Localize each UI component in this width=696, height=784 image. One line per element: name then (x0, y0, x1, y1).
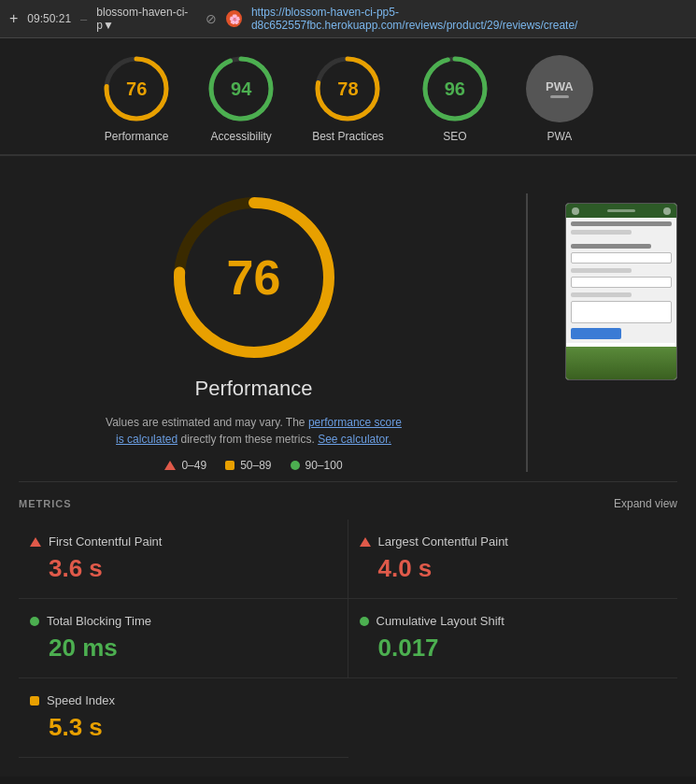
tbt-name: Total Blocking Time (47, 614, 151, 628)
lcp-status-icon (360, 537, 371, 547)
legend-red: 0–49 (164, 459, 206, 472)
big-performance-circle: 76 (170, 193, 338, 362)
pwa-score-label: PWA (547, 130, 572, 143)
preview-submit-btn (571, 328, 621, 339)
best-practices-label: Best Practices (312, 130, 384, 143)
green-circle-icon (291, 461, 300, 470)
performance-title: Performance (195, 377, 313, 401)
performance-score-value: 76 (126, 78, 147, 100)
performance-circle: 76 (103, 55, 170, 122)
metrics-grid: First Contentful Paint 3.6 s Largest Con… (19, 520, 677, 758)
time-display: 09:50:21 (27, 12, 71, 25)
seo-circle: 96 (421, 55, 489, 122)
pwa-dash-icon (550, 95, 569, 98)
legend: 0–49 50–89 90–100 (164, 459, 342, 472)
preview-line-3 (571, 244, 651, 249)
cancel-icon[interactable]: ⊘ (206, 11, 217, 26)
pwa-circle: PWA (526, 55, 593, 122)
orange-square-icon (225, 461, 234, 470)
accessibility-label: Accessibility (210, 130, 271, 143)
score-accessibility[interactable]: 94 Accessibility (207, 55, 275, 143)
preview-line-5 (571, 292, 632, 297)
lcp-value: 4.0 s (360, 554, 667, 583)
preview-nav (566, 204, 676, 218)
metrics-title: METRICS (19, 498, 72, 509)
si-value: 5.3 s (30, 713, 337, 742)
preview-line-4 (571, 268, 632, 273)
preview-nav-line (607, 209, 635, 212)
si-status-icon (30, 696, 39, 706)
score-pwa[interactable]: PWA PWA (526, 55, 593, 143)
desc-mid-text: directly from these metrics. (180, 433, 314, 446)
preview-field-2 (571, 277, 672, 288)
metric-cls-header: Cumulative Layout Shift (360, 614, 667, 628)
preview-body (566, 218, 676, 343)
preview-nav-dot (572, 207, 579, 215)
metric-fcp: First Contentful Paint 3.6 s (19, 520, 348, 599)
si-name: Speed Index (47, 693, 115, 707)
desc-text: Values are estimated and may vary. The (106, 416, 305, 429)
legend-green-label: 90–100 (305, 459, 343, 472)
score-performance[interactable]: 76 Performance (103, 55, 170, 143)
score-bar: 76 Performance 94 Accessibility 78 Best … (0, 38, 696, 156)
preview-line-2 (571, 230, 632, 235)
tbt-status-icon (30, 617, 39, 626)
performance-section: 76 Performance Values are estimated and … (19, 175, 677, 481)
fcp-value: 3.6 s (30, 554, 336, 583)
red-triangle-icon (164, 461, 176, 470)
cls-name: Cumulative Layout Shift (376, 614, 504, 628)
fcp-status-icon (30, 537, 41, 547)
expand-view-button[interactable]: Expand view (614, 497, 677, 510)
metric-lcp-header: Largest Contentful Paint (360, 535, 667, 549)
preview-field-1 (571, 252, 672, 264)
pwa-label: PWA (546, 79, 574, 93)
metric-tbt: Total Blocking Time 20 ms (19, 599, 348, 678)
accessibility-score-value: 94 (231, 78, 251, 100)
metrics-header: METRICS Expand view (19, 481, 677, 520)
performance-right (565, 203, 677, 380)
score-best-practices[interactable]: 78 Best Practices (312, 55, 384, 143)
app-name: blossom-haven-ci-p▼ (96, 6, 196, 32)
seo-label: SEO (443, 130, 466, 143)
calculator-link[interactable]: See calculator. (318, 433, 391, 446)
metric-lcp: Largest Contentful Paint 4.0 s (348, 520, 678, 599)
metric-si: Speed Index 5.3 s (19, 678, 348, 758)
metric-tbt-header: Total Blocking Time (30, 614, 336, 628)
score-seo[interactable]: 96 SEO (421, 55, 489, 143)
fcp-name: First Contentful Paint (49, 535, 162, 549)
performance-left: 76 Performance Values are estimated and … (19, 193, 489, 472)
legend-orange: 50–89 (225, 459, 271, 472)
vertical-divider (526, 193, 528, 472)
top-bar: + 09:50:21 – blossom-haven-ci-p▼ ⊘ 🌸 htt… (0, 0, 696, 38)
legend-red-label: 0–49 (181, 459, 206, 472)
legend-orange-label: 50–89 (240, 459, 271, 472)
tbt-value: 20 ms (30, 634, 336, 663)
preview-nav-dot2 (663, 207, 671, 215)
main-content: 76 Performance Values are estimated and … (0, 156, 696, 777)
best-practices-circle: 78 (314, 55, 381, 122)
metric-fcp-header: First Contentful Paint (30, 535, 336, 549)
performance-label: Performance (105, 130, 169, 143)
page-preview (565, 203, 677, 380)
favicon: 🌸 (226, 10, 242, 27)
url-bar[interactable]: https://blossom-haven-ci-pp5-d8c652557fb… (251, 6, 687, 32)
best-practices-score-value: 78 (337, 78, 358, 100)
add-tab-icon[interactable]: + (9, 10, 18, 27)
performance-description: Values are estimated and may vary. The p… (105, 414, 404, 448)
lcp-name: Largest Contentful Paint (378, 535, 508, 549)
preview-line-1 (571, 221, 672, 226)
accessibility-circle: 94 (207, 55, 275, 122)
legend-green: 90–100 (291, 459, 343, 472)
seo-score-value: 96 (445, 78, 465, 100)
metric-si-header: Speed Index (30, 693, 337, 707)
big-performance-score: 76 (227, 249, 281, 306)
preview-field-3 (571, 301, 672, 323)
cls-status-icon (360, 617, 369, 626)
separator: – (80, 12, 87, 26)
preview-image-section (566, 347, 676, 379)
cls-value: 0.017 (360, 634, 667, 663)
metric-cls: Cumulative Layout Shift 0.017 (348, 599, 678, 678)
